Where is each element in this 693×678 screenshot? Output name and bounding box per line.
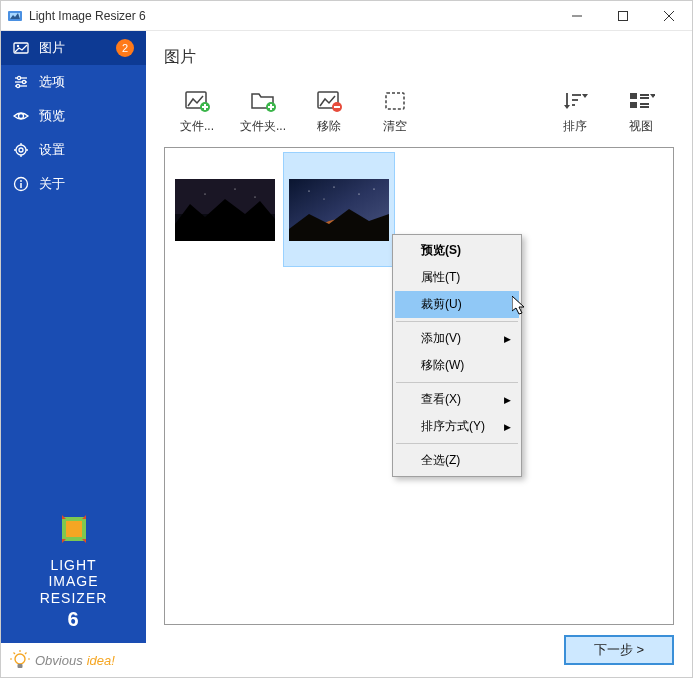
window-title: Light Image Resizer 6	[29, 9, 554, 23]
menu-item-sort-by[interactable]: 排序方式(Y)▶	[395, 413, 519, 440]
menu-item-select-all[interactable]: 全选(Z)	[395, 447, 519, 474]
remove-icon	[315, 90, 343, 112]
next-button[interactable]: 下一步 >	[564, 635, 674, 665]
svg-rect-4	[619, 11, 628, 20]
logo-line2: IMAGE	[1, 573, 146, 590]
svg-point-16	[16, 145, 26, 155]
svg-marker-63	[175, 199, 275, 241]
toolbar-label: 清空	[383, 118, 407, 135]
add-file-button[interactable]: 文件...	[164, 88, 230, 137]
svg-point-73	[373, 188, 374, 189]
view-button[interactable]: 视图	[608, 88, 674, 137]
thumbnail-image	[175, 179, 275, 241]
sidebar-item-label: 选项	[39, 73, 65, 91]
logo-line3: RESIZER	[1, 590, 146, 607]
brand-text-1: Obvious	[35, 653, 83, 668]
sidebar: 图片 2 选项 预览 设置 关于 LIGHT IMAGE RESI	[1, 31, 146, 677]
toolbar: 文件... 文件夹... 移除 清空 排序 视图	[164, 88, 674, 137]
toolbar-label: 移除	[317, 118, 341, 135]
add-folder-button[interactable]: 文件夹...	[230, 88, 296, 137]
sort-button[interactable]: 排序	[542, 88, 608, 137]
submenu-arrow-icon: ▶	[504, 422, 511, 432]
sidebar-item-preview[interactable]: 预览	[1, 99, 146, 133]
sidebar-item-options[interactable]: 选项	[1, 65, 146, 99]
svg-point-17	[19, 148, 23, 152]
bulb-icon	[9, 649, 31, 671]
svg-line-36	[25, 653, 27, 655]
logo-line1: LIGHT	[1, 557, 146, 574]
menu-separator	[396, 382, 518, 383]
sidebar-item-images[interactable]: 图片 2	[1, 31, 146, 65]
sidebar-item-about[interactable]: 关于	[1, 167, 146, 201]
sidebar-logo: LIGHT IMAGE RESIZER 6	[1, 509, 146, 643]
titlebar: Light Image Resizer 6	[1, 1, 692, 31]
svg-marker-53	[582, 94, 588, 98]
toolbar-label: 视图	[629, 118, 653, 135]
svg-point-15	[19, 114, 24, 119]
thumbnail[interactable]	[169, 152, 281, 267]
sort-icon	[561, 90, 589, 112]
logo-icon	[54, 509, 94, 549]
add-folder-icon	[249, 90, 277, 112]
svg-point-70	[308, 190, 309, 191]
menu-item-preview[interactable]: 预览(S)	[395, 237, 519, 264]
sidebar-item-label: 关于	[39, 175, 65, 193]
sidebar-badge: 2	[116, 39, 134, 57]
svg-point-23	[20, 180, 22, 182]
svg-marker-60	[650, 94, 655, 98]
eye-icon	[13, 108, 29, 124]
submenu-arrow-icon: ▶	[504, 334, 511, 344]
view-icon	[627, 90, 655, 112]
svg-point-12	[17, 76, 20, 79]
menu-item-view[interactable]: 查看(X)▶	[395, 386, 519, 413]
toolbar-label: 文件...	[180, 118, 214, 135]
sidebar-footer[interactable]: Obviousidea!	[1, 643, 146, 677]
clear-icon	[381, 90, 409, 112]
gear-icon	[13, 142, 29, 158]
menu-separator	[396, 321, 518, 322]
svg-point-71	[333, 186, 334, 187]
minimize-button[interactable]	[554, 1, 600, 31]
menu-item-properties[interactable]: 属性(T)	[395, 264, 519, 291]
maximize-button[interactable]	[600, 1, 646, 31]
menu-item-add[interactable]: 添加(V)▶	[395, 325, 519, 352]
svg-point-8	[17, 45, 19, 47]
sidebar-item-label: 预览	[39, 107, 65, 125]
page-title: 图片	[164, 47, 674, 68]
svg-point-74	[324, 198, 325, 199]
svg-rect-48	[386, 93, 404, 109]
sidebar-item-label: 设置	[39, 141, 65, 159]
svg-point-65	[235, 188, 236, 189]
toolbar-label: 文件夹...	[240, 118, 286, 135]
app-icon	[7, 8, 23, 24]
images-icon	[13, 40, 29, 56]
remove-button[interactable]: 移除	[296, 88, 362, 137]
submenu-arrow-icon: ▶	[504, 395, 511, 405]
menu-item-remove[interactable]: 移除(W)	[395, 352, 519, 379]
svg-rect-55	[630, 102, 637, 108]
svg-marker-49	[564, 105, 570, 109]
svg-rect-26	[66, 521, 82, 537]
context-menu: 预览(S) 属性(T) 裁剪(U) 添加(V)▶ 移除(W) 查看(X)▶ 排序…	[392, 234, 522, 477]
svg-point-66	[255, 196, 256, 197]
toolbar-label: 排序	[563, 118, 587, 135]
menu-separator	[396, 443, 518, 444]
info-icon	[13, 176, 29, 192]
thumbnail[interactable]	[283, 152, 395, 267]
clear-button[interactable]: 清空	[362, 88, 428, 137]
sidebar-item-settings[interactable]: 设置	[1, 133, 146, 167]
svg-point-72	[358, 193, 359, 194]
svg-line-35	[14, 653, 16, 655]
sliders-icon	[13, 74, 29, 90]
menu-item-crop[interactable]: 裁剪(U)	[395, 291, 519, 318]
svg-point-14	[16, 84, 19, 87]
svg-point-13	[22, 80, 25, 83]
svg-rect-37	[18, 664, 23, 668]
svg-rect-54	[630, 93, 637, 99]
brand-text-2: idea!	[87, 653, 115, 668]
svg-point-64	[205, 193, 206, 194]
svg-point-31	[15, 654, 25, 664]
footer: 下一步 >	[164, 635, 674, 665]
close-button[interactable]	[646, 1, 692, 31]
add-file-icon	[183, 90, 211, 112]
